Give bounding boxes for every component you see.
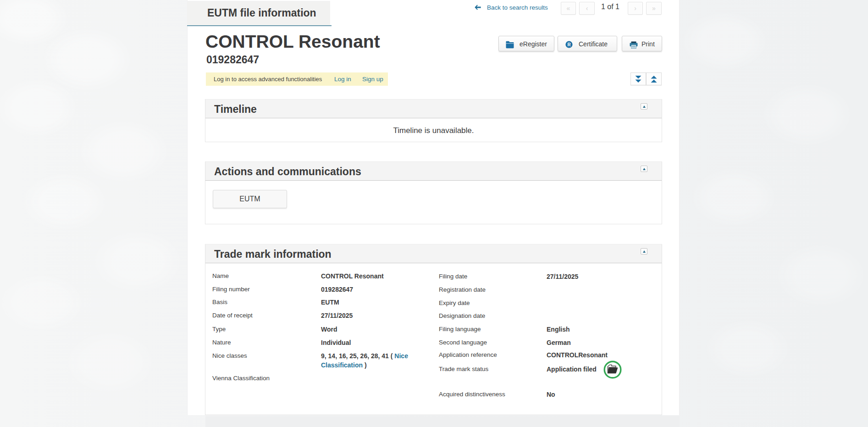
- svg-text:R: R: [567, 42, 571, 47]
